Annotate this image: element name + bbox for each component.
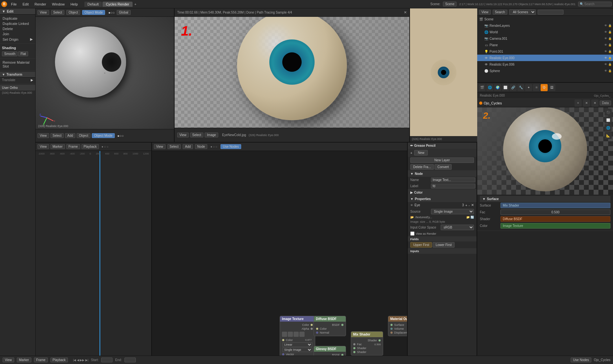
sidebar-item-duplicate-linked[interactable]: Duplicate Linked (0, 21, 35, 26)
shading-bottom[interactable]: ●○○ (117, 134, 124, 138)
view-render-checkbox[interactable] (410, 231, 414, 236)
view-tree-btn[interactable]: View (479, 10, 491, 15)
tree-item-renderlayers[interactable]: 📷 RenderLayers 👁 🔒 (477, 22, 613, 29)
node-name-input[interactable] (431, 177, 475, 182)
tree-item-world[interactable]: 🌐 World 👁 🔒 (477, 29, 613, 35)
tree-item-sphere[interactable]: ⚪ Sphere 👁 🔒 (477, 68, 613, 74)
mat-volume-socket[interactable] (390, 327, 393, 330)
close-eye-icon[interactable]: ✕ (471, 203, 474, 207)
start-frame-global[interactable]: 1 (101, 358, 113, 362)
mix-shader1-socket[interactable] (353, 347, 356, 349)
img-btn-4[interactable] (299, 332, 305, 337)
data-btn[interactable]: Data (600, 101, 611, 105)
color-value-surface[interactable]: Image Texture (500, 223, 610, 229)
img-btn-1[interactable] (282, 332, 287, 337)
floor-preview-icon[interactable]: 📐 (605, 132, 612, 139)
add-btn-bottom[interactable]: Add (65, 133, 75, 138)
node-select-btn[interactable]: Select (167, 144, 181, 149)
constraint-icon-tab[interactable]: 🔗 (510, 84, 517, 91)
timeline-frame-btn[interactable]: Frame (66, 144, 80, 149)
props-header[interactable]: ▼ Properties (408, 196, 477, 202)
global-menu[interactable]: Global (117, 10, 131, 15)
modifier-icon-tab[interactable]: 🔧 (517, 84, 524, 91)
object-icon-tab[interactable]: ⬜ (502, 84, 509, 91)
mix-shader-socket-out[interactable] (378, 339, 381, 342)
alpha-socket-out[interactable] (310, 327, 313, 330)
scene-selector[interactable]: Scene (443, 2, 457, 6)
shader-value[interactable]: Diffuse BSDF (500, 216, 610, 222)
menu-window[interactable]: Window (49, 2, 67, 7)
physics-icon-tab[interactable]: ⚛ (533, 84, 540, 91)
workspace-cycles[interactable]: Cycles Render (102, 2, 132, 7)
texture-icon-tab[interactable]: 🖼 (548, 84, 555, 91)
diffuse-normal-socket[interactable] (316, 331, 318, 334)
object-mode-bottom[interactable]: Object Mode (92, 133, 115, 138)
shading-smooth[interactable]: Smooth (2, 51, 17, 56)
search-input[interactable] (584, 2, 610, 6)
timeline-canvas[interactable]: -1000 -800 -600 -400 -200 0 200 400 600 … (36, 151, 151, 356)
convert-btn[interactable]: Convert (435, 164, 452, 170)
timeline-playback-btn[interactable]: Playback (81, 144, 99, 149)
search-bar[interactable]: 🔍 (578, 2, 612, 6)
sidebar-item-join[interactable]: Join (0, 31, 35, 37)
object-mode-btn[interactable]: Object Mode (82, 10, 105, 15)
tree-item-realistic-eye-6[interactable]: 👁 Realistic Eye.006 👁 🔒 (477, 61, 613, 68)
node-node-btn[interactable]: Node (195, 144, 207, 149)
view-menu[interactable]: View (38, 10, 49, 15)
material-icon-tab[interactable]: 🎨 (541, 84, 548, 91)
use-nodes-btn[interactable]: Use Nodes (220, 144, 241, 149)
color-space-select[interactable]: sRGB (441, 225, 474, 230)
add-workspace[interactable]: + (133, 2, 138, 6)
select-menu[interactable]: Select (51, 10, 65, 15)
select-render-btn[interactable]: Select (190, 133, 204, 137)
new-layer-btn[interactable]: New Layer (410, 157, 474, 163)
tree-item-camera[interactable]: 📷 Camera.001 👁 🔒 (477, 35, 613, 42)
image-render-btn[interactable]: Image (205, 133, 218, 137)
sidebar-item-duplicate[interactable]: Duplicate (0, 16, 35, 21)
minus-eye-icon[interactable]: - (468, 203, 470, 207)
viewport-close-icon[interactable]: ✕ (404, 10, 407, 15)
menu-render[interactable]: Render (32, 2, 49, 7)
shading-dots[interactable]: ●○○ (108, 11, 115, 15)
color-socket-out[interactable] (310, 324, 313, 326)
mat-surface-socket[interactable] (390, 324, 393, 326)
eye-input[interactable]: Eye (414, 203, 461, 207)
sidebar-remove-material[interactable]: Remove Material Slot (0, 60, 35, 69)
view-bottom-btn[interactable]: View (3, 358, 14, 362)
mat-plus-btn[interactable]: + (575, 100, 582, 107)
mat-x-btn[interactable]: ✕ (591, 100, 598, 107)
node-view-btn[interactable]: View (154, 144, 166, 149)
mat-displacement-socket[interactable] (390, 331, 393, 334)
img-btn-2[interactable] (288, 332, 293, 337)
menu-file[interactable]: File (8, 2, 19, 7)
source-select[interactable]: Single Image (431, 209, 474, 214)
sidebar-item-set-origin[interactable]: Set Origin ▶ (0, 37, 35, 42)
scene-icon-tab[interactable]: 🌐 (486, 84, 493, 91)
tree-item-point[interactable]: 💡 Point.001 👁 🔒 (477, 48, 613, 55)
end-frame-global[interactable]: 250 (124, 358, 136, 362)
object-menu[interactable]: Object (66, 10, 80, 15)
particle-icon-tab[interactable]: ✦ (525, 84, 532, 91)
reload-file-icon[interactable]: 🔄 (470, 216, 474, 219)
select-btn-bottom[interactable]: Select (50, 133, 64, 138)
mix-shader2-socket[interactable] (353, 351, 356, 353)
viewport-3d-left[interactable]: View Select Object Object Mode ●○○ Globa… (36, 8, 175, 142)
node-diffuse-bsdf[interactable]: Diffuse BSDF BSDF Color (314, 316, 346, 336)
view-btn-bottom[interactable]: View (38, 133, 49, 138)
object-btn-bottom[interactable]: Object (77, 133, 91, 138)
scene-search-input[interactable] (538, 10, 564, 15)
render-icon-tab[interactable]: 🎬 (479, 84, 486, 91)
add-eye-icon[interactable]: + (465, 203, 467, 207)
marker-bottom-btn[interactable]: Marker (17, 358, 31, 362)
grease-pencil-header[interactable]: ✏ Grease Pencil (408, 143, 477, 149)
timeline-marker-btn[interactable]: Marker (50, 144, 65, 149)
node-single-image-select[interactable]: Single Image (283, 348, 312, 352)
node-canvas[interactable]: Image Texture Color Alpha (152, 151, 407, 356)
upper-first-btn[interactable]: Upper First (410, 242, 432, 248)
menu-edit[interactable]: Edit (20, 2, 31, 7)
node-mix-shader[interactable]: Mix Shader Shader Fac 0.500 (351, 331, 383, 356)
bsdf-socket-out[interactable] (341, 324, 344, 326)
tree-item-plane[interactable]: ▭ Plane 👁 🔒 (477, 42, 613, 48)
view-render-btn[interactable]: View (177, 133, 189, 137)
node-material-output[interactable]: Material Output Surface Volume (388, 316, 407, 336)
